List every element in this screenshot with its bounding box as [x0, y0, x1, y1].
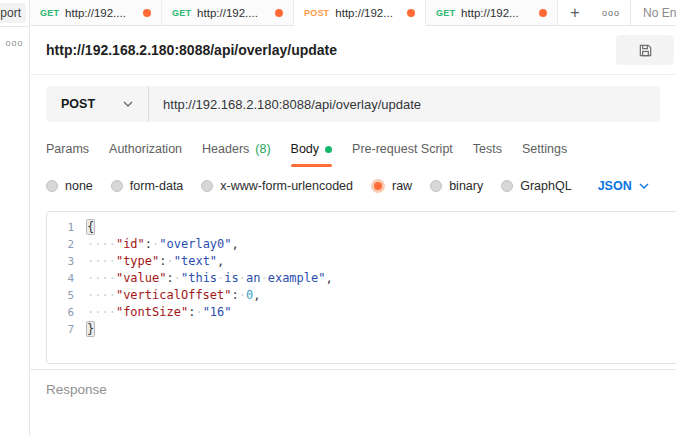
- code-token: ····: [87, 254, 116, 268]
- tab-label: Params: [46, 142, 89, 156]
- request-tab[interactable]: GEThttp://192....: [30, 0, 162, 26]
- body-type-none[interactable]: none: [46, 179, 93, 193]
- tab-tests[interactable]: Tests: [473, 131, 502, 167]
- tab-label: Pre-request Script: [352, 142, 453, 156]
- tab-strip: GEThttp://192....GEThttp://192....POSTht…: [30, 0, 558, 26]
- request-title-row: http://192.168.2.180:8088/api/overlay/up…: [30, 26, 676, 75]
- body-type-label: none: [65, 179, 93, 193]
- tab-settings[interactable]: Settings: [522, 131, 567, 167]
- tab-label: Tests: [473, 142, 502, 156]
- code-token: "verticalOffset": [116, 288, 232, 302]
- line-number: 2: [47, 236, 87, 253]
- tab-url-label: http://192....: [197, 7, 258, 19]
- body-type-label: raw: [392, 179, 412, 193]
- url-input[interactable]: [149, 86, 660, 122]
- line-number: 7: [47, 321, 87, 338]
- sidebar-edge: Import ooo: [0, 0, 30, 436]
- tab-headers[interactable]: Headers(8): [202, 131, 271, 167]
- editor-line: 1{: [47, 219, 676, 236]
- tab-authorization[interactable]: Authorization: [109, 131, 182, 167]
- code-content: ····"type":·"text",: [87, 253, 224, 270]
- line-number: 3: [47, 253, 87, 270]
- import-button[interactable]: Import: [0, 3, 26, 23]
- tab-body[interactable]: Body: [291, 131, 333, 167]
- request-tab[interactable]: POSThttp://192...: [294, 0, 426, 26]
- response-section-label: Response: [30, 370, 676, 397]
- code-token: :: [145, 237, 152, 251]
- request-builder: POST: [30, 75, 676, 131]
- body-type-row: noneform-datax-www-form-urlencodedrawbin…: [30, 167, 676, 205]
- body-type-label: GraphQL: [520, 179, 571, 193]
- body-modified-dot-icon: [325, 146, 332, 153]
- request-tab[interactable]: GEThttp://192...: [426, 0, 558, 26]
- code-token: ·: [195, 305, 202, 319]
- code-token: ····: [87, 288, 116, 302]
- body-type-raw[interactable]: raw: [371, 179, 412, 193]
- body-format-selector[interactable]: JSON: [598, 179, 649, 193]
- editor-line: 6····"fontSize":·"16": [47, 304, 676, 321]
- code-token: :: [232, 288, 239, 302]
- request-section-tabs: ParamsAuthorizationHeaders(8)BodyPre-req…: [30, 131, 676, 167]
- code-editor[interactable]: 1{2····"id":·"overlay0",3····"type":·"te…: [46, 211, 676, 364]
- tab-label: Authorization: [109, 142, 182, 156]
- body-type-label: form-data: [130, 179, 184, 193]
- save-button[interactable]: [616, 35, 674, 65]
- code-content: }: [87, 321, 94, 338]
- code-token: an: [246, 271, 260, 285]
- sidebar-header: Import: [0, 0, 29, 27]
- radio-icon: [46, 180, 58, 192]
- code-token: "value": [116, 271, 167, 285]
- tab-pre-request-script[interactable]: Pre-request Script: [352, 131, 453, 167]
- code-content: ····"id":·"overlay0",: [87, 236, 239, 253]
- code-token: {: [87, 220, 94, 234]
- body-type-x-www-form-urlencoded[interactable]: x-www-form-urlencoded: [201, 179, 353, 193]
- radio-icon: [430, 180, 442, 192]
- code-token: ,: [217, 254, 224, 268]
- editor-lines: 1{2····"id":·"overlay0",3····"type":·"te…: [47, 219, 676, 338]
- code-token: :: [159, 254, 166, 268]
- tab-label: Headers: [202, 142, 249, 156]
- environment-selector[interactable]: No Environment: [631, 0, 676, 26]
- chevron-down-icon: [123, 101, 133, 107]
- line-number: 5: [47, 287, 87, 304]
- body-type-form-data[interactable]: form-data: [111, 179, 184, 193]
- tab-url-label: http://192....: [65, 7, 126, 19]
- tab-params[interactable]: Params: [46, 131, 89, 167]
- radio-icon: [501, 180, 513, 192]
- code-token: ····: [87, 271, 116, 285]
- method-selector[interactable]: POST: [46, 86, 148, 122]
- save-icon: [638, 43, 653, 58]
- code-token: ····: [87, 237, 116, 251]
- code-token: "overlay0": [159, 237, 231, 251]
- code-token: "text": [174, 254, 217, 268]
- body-type-graphql[interactable]: GraphQL: [501, 179, 571, 193]
- postman-app: Import ooo GEThttp://192....GEThttp://19…: [0, 0, 676, 436]
- editor-line: 7}: [47, 321, 676, 338]
- tab-url-label: http://192...: [461, 7, 519, 19]
- editor-line: 3····"type":·"text",: [47, 253, 676, 270]
- request-url-bar: POST: [46, 86, 660, 122]
- sidebar-more-icon[interactable]: ooo: [0, 38, 29, 48]
- new-tab-button[interactable]: +: [558, 0, 592, 26]
- tab-method-label: GET: [40, 8, 59, 18]
- code-content: ····"verticalOffset":·0,: [87, 287, 260, 304]
- code-token: "type": [116, 254, 159, 268]
- chevron-down-icon: [639, 183, 649, 189]
- code-token: "this: [181, 271, 217, 285]
- code-token: example": [268, 271, 326, 285]
- line-number: 6: [47, 304, 87, 321]
- editor-line: 4····"value":·"this·is·an·example",: [47, 270, 676, 287]
- code-token: ,: [325, 271, 332, 285]
- request-tab[interactable]: GEThttp://192....: [162, 0, 294, 26]
- code-token: ·: [167, 254, 174, 268]
- code-token: ·: [174, 271, 181, 285]
- unsaved-dot-icon: [407, 9, 415, 17]
- code-content: {: [87, 219, 94, 236]
- code-token: ·: [239, 288, 246, 302]
- radio-icon: [201, 180, 213, 192]
- tab-options-icon[interactable]: ooo: [592, 0, 630, 26]
- tab-label: Settings: [522, 142, 567, 156]
- code-token: "16": [203, 305, 232, 319]
- body-type-binary[interactable]: binary: [430, 179, 483, 193]
- request-title: http://192.168.2.180:8088/api/overlay/up…: [46, 42, 337, 58]
